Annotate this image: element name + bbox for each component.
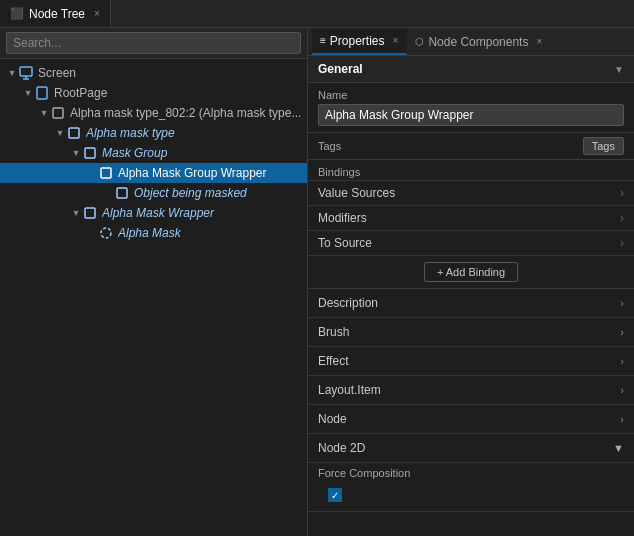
tree-item-label: Screen bbox=[38, 66, 303, 80]
main-layout: Screen RootPage bbox=[0, 28, 634, 536]
top-tab-bar: ⬛ Node Tree × bbox=[0, 0, 634, 28]
expand-label: Brush bbox=[318, 325, 349, 339]
expand-label: Layout.Item bbox=[318, 383, 381, 397]
svg-rect-9 bbox=[85, 208, 95, 218]
right-panel: ≡ Properties × ⬡ Node Components × Gener… bbox=[308, 28, 634, 536]
chevron-right-icon: › bbox=[620, 211, 624, 225]
tree-item-maskgroup[interactable]: Mask Group bbox=[0, 143, 307, 163]
binding-value-sources[interactable]: Value Sources › bbox=[308, 181, 634, 206]
page-icon bbox=[34, 85, 50, 101]
expand-label: Description bbox=[318, 296, 378, 310]
chevron-right-icon: › bbox=[620, 413, 624, 425]
rect-icon bbox=[114, 185, 130, 201]
tab-close-properties[interactable]: × bbox=[393, 35, 399, 46]
arrow-icon bbox=[54, 128, 66, 138]
force-composition-checkbox[interactable]: ✓ bbox=[328, 488, 342, 502]
right-tab-bar: ≡ Properties × ⬡ Node Components × bbox=[308, 28, 634, 56]
left-panel: Screen RootPage bbox=[0, 28, 308, 536]
binding-label: Value Sources bbox=[318, 186, 395, 200]
add-binding-button[interactable]: + Add Binding bbox=[424, 262, 518, 282]
arrow-icon bbox=[70, 208, 82, 218]
checkmark-icon: ✓ bbox=[331, 490, 339, 501]
chevron-down-icon: ▼ bbox=[614, 64, 624, 75]
add-binding-row: + Add Binding bbox=[308, 256, 634, 289]
section-general[interactable]: General ▼ bbox=[308, 56, 634, 83]
force-composition-checkbox-row: ✓ bbox=[318, 483, 624, 507]
bindings-label: Bindings bbox=[308, 160, 634, 181]
node-components-icon: ⬡ bbox=[415, 36, 424, 47]
tree-item-alphamask[interactable]: Alpha Mask bbox=[0, 223, 307, 243]
tree-item-screen[interactable]: Screen bbox=[0, 63, 307, 83]
tree-content: Screen RootPage bbox=[0, 59, 307, 536]
chevron-right-icon: › bbox=[620, 326, 624, 338]
expand-brush[interactable]: Brush › bbox=[308, 318, 634, 347]
arrow-icon bbox=[6, 68, 18, 78]
chevron-right-icon: › bbox=[620, 355, 624, 367]
tree-item-label: Mask Group bbox=[102, 146, 303, 160]
expand-node[interactable]: Node › bbox=[308, 405, 634, 434]
name-input[interactable] bbox=[318, 104, 624, 126]
svg-rect-8 bbox=[117, 188, 127, 198]
tab-properties-label: Properties bbox=[330, 34, 385, 48]
search-bar bbox=[0, 28, 307, 59]
circle-dashed-icon bbox=[98, 225, 114, 241]
properties-content: General ▼ Name Tags Tags Bindings Value … bbox=[308, 56, 634, 536]
rect-icon bbox=[50, 105, 66, 121]
tree-item-alphamasktype[interactable]: Alpha mask type bbox=[0, 123, 307, 143]
svg-rect-0 bbox=[20, 67, 32, 76]
rect-icon bbox=[98, 165, 114, 181]
tree-item-alphamaskwrapper[interactable]: Alpha Mask Wrapper bbox=[0, 203, 307, 223]
tree-item-alphamaskgroupwrapper[interactable]: Alpha Mask Group Wrapper bbox=[0, 163, 307, 183]
arrow-icon bbox=[70, 148, 82, 158]
svg-rect-4 bbox=[53, 108, 63, 118]
binding-label: Modifiers bbox=[318, 211, 367, 225]
name-group: Name bbox=[308, 83, 634, 133]
tree-item-label: Alpha Mask bbox=[118, 226, 303, 240]
search-input[interactable] bbox=[6, 32, 301, 54]
tree-item-label: Alpha Mask Wrapper bbox=[102, 206, 303, 220]
tab-node-components-label: Node Components bbox=[428, 35, 528, 49]
expand-layout-item[interactable]: Layout.Item › bbox=[308, 376, 634, 405]
tab-close-icon[interactable]: × bbox=[94, 8, 100, 19]
tree-item-rootpage[interactable]: RootPage bbox=[0, 83, 307, 103]
tags-button[interactable]: Tags bbox=[583, 137, 624, 155]
tab-node-tree-label: Node Tree bbox=[29, 7, 85, 21]
binding-modifiers[interactable]: Modifiers › bbox=[308, 206, 634, 231]
screen-icon bbox=[18, 65, 34, 81]
expand-description[interactable]: Description › bbox=[308, 289, 634, 318]
name-label: Name bbox=[318, 89, 624, 101]
tree-item-label: RootPage bbox=[54, 86, 303, 100]
node-tree-icon: ⬛ bbox=[10, 7, 24, 20]
svg-rect-3 bbox=[37, 87, 47, 99]
rect-icon bbox=[82, 145, 98, 161]
expand-node2d[interactable]: Node 2D ▼ bbox=[308, 434, 634, 463]
force-composition-group: Force Composition ✓ bbox=[308, 463, 634, 512]
tree-item-label: Object being masked bbox=[134, 186, 303, 200]
svg-rect-6 bbox=[85, 148, 95, 158]
svg-rect-5 bbox=[69, 128, 79, 138]
tab-close-nodecomponents[interactable]: × bbox=[536, 36, 542, 47]
svg-point-10 bbox=[101, 228, 111, 238]
tree-item-label: Alpha mask type_802:2 (Alpha mask type..… bbox=[70, 106, 303, 120]
expand-label: Node bbox=[318, 412, 347, 426]
svg-rect-7 bbox=[101, 168, 111, 178]
force-composition-label: Force Composition bbox=[318, 467, 624, 479]
tags-row: Tags Tags bbox=[308, 133, 634, 160]
section-general-label: General bbox=[318, 62, 363, 76]
tab-properties[interactable]: ≡ Properties × bbox=[312, 28, 407, 55]
chevron-right-icon: › bbox=[620, 186, 624, 200]
chevron-down-icon: ▼ bbox=[613, 442, 624, 454]
arrow-icon bbox=[38, 108, 50, 118]
tab-node-components[interactable]: ⬡ Node Components × bbox=[407, 28, 551, 55]
tree-item-objectbeingmasked[interactable]: Object being masked bbox=[0, 183, 307, 203]
chevron-right-icon: › bbox=[620, 236, 624, 250]
chevron-right-icon: › bbox=[620, 297, 624, 309]
arrow-icon bbox=[22, 88, 34, 98]
tags-label: Tags bbox=[318, 140, 583, 152]
tree-item-alphamask[interactable]: Alpha mask type_802:2 (Alpha mask type..… bbox=[0, 103, 307, 123]
expand-effect[interactable]: Effect › bbox=[308, 347, 634, 376]
tab-node-tree[interactable]: ⬛ Node Tree × bbox=[0, 0, 111, 27]
expand-label: Effect bbox=[318, 354, 348, 368]
binding-to-source[interactable]: To Source › bbox=[308, 231, 634, 256]
rect-icon bbox=[82, 205, 98, 221]
